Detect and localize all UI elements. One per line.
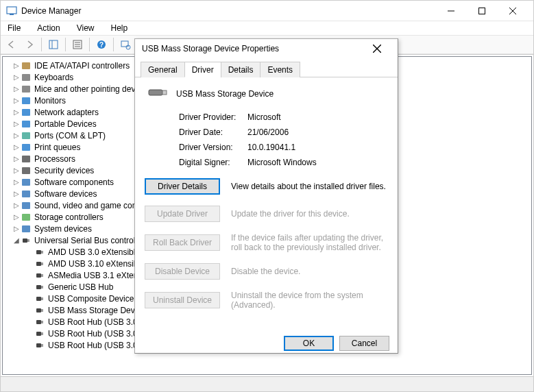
svg-rect-21	[22, 121, 30, 127]
minimize-button[interactable]	[435, 1, 466, 21]
category-icon	[21, 188, 32, 199]
tree-item-label: USB Root Hub (USB 3.0)	[48, 317, 141, 327]
menu-view[interactable]: View	[73, 22, 99, 34]
update-driver-desc: Update the driver for this device.	[231, 209, 388, 219]
expand-icon[interactable]: ▷	[12, 178, 21, 186]
svg-rect-1	[10, 14, 14, 15]
expand-icon[interactable]: ▷	[12, 167, 21, 174]
properties-button[interactable]	[69, 36, 86, 53]
ok-button[interactable]: OK	[284, 336, 334, 351]
disable-device-button[interactable]: Disable Device	[145, 263, 220, 280]
category-icon	[21, 107, 32, 118]
category-icon	[21, 223, 32, 234]
svg-rect-6	[49, 40, 58, 49]
svg-rect-16	[22, 62, 30, 69]
statusbar	[1, 376, 533, 391]
svg-rect-17	[22, 74, 30, 81]
expand-icon[interactable]: ▷	[12, 97, 21, 104]
svg-rect-42	[41, 297, 43, 300]
expand-icon[interactable]: ▷	[12, 108, 21, 116]
close-button[interactable]	[497, 1, 528, 21]
svg-rect-25	[22, 167, 30, 174]
menu-action[interactable]: Action	[33, 22, 64, 34]
tab-driver[interactable]: Driver	[184, 62, 221, 77]
svg-rect-35	[36, 262, 41, 266]
expand-icon[interactable]: ▷	[12, 201, 21, 209]
uninstall-device-button[interactable]: Uninstall Device	[145, 292, 220, 308]
show-hide-tree-button[interactable]	[45, 36, 62, 53]
category-icon	[21, 142, 32, 153]
tree-item-label: Universal Serial Bus controllers	[34, 236, 149, 245]
expand-icon[interactable]: ▷	[12, 132, 21, 139]
svg-rect-30	[22, 225, 30, 232]
tab-events[interactable]: Events	[260, 62, 300, 77]
svg-rect-39	[36, 285, 41, 289]
uninstall-device-desc: Uninstall the device from the system (Ad…	[231, 291, 388, 310]
tree-item-label: Storage controllers	[34, 212, 104, 222]
back-button[interactable]	[3, 36, 20, 53]
svg-text:?: ?	[99, 41, 104, 49]
expand-icon[interactable]: ▷	[12, 85, 21, 93]
svg-rect-31	[23, 238, 27, 243]
expand-icon[interactable]: ▷	[12, 225, 21, 232]
toolbar-separator	[65, 38, 66, 51]
scan-button[interactable]	[117, 36, 134, 53]
tree-item-label: Generic USB Hub	[48, 282, 113, 292]
svg-rect-41	[36, 297, 41, 301]
tree-item-label: Mice and other pointing devices	[34, 84, 150, 94]
expand-icon[interactable]: ▷	[12, 190, 21, 197]
dialog-button-row: OK Cancel	[135, 329, 398, 358]
usb-device-icon	[34, 282, 45, 293]
category-icon	[21, 200, 32, 211]
svg-rect-37	[36, 273, 41, 278]
category-icon	[21, 60, 32, 71]
category-icon	[21, 72, 32, 83]
category-icon	[21, 154, 32, 164]
rollback-driver-button[interactable]: Roll Back Driver	[145, 234, 220, 251]
signer-value: Microsoft Windows	[247, 158, 317, 167]
svg-rect-33	[36, 250, 41, 254]
expand-icon[interactable]: ▷	[12, 155, 21, 162]
tab-general[interactable]: General	[141, 62, 185, 77]
rollback-driver-desc: If the device fails after updating the d…	[231, 233, 388, 252]
date-value: 21/06/2006	[247, 127, 289, 137]
svg-rect-24	[22, 156, 30, 162]
tab-body: USB Mass Storage Device Driver Provider:…	[135, 77, 398, 329]
expand-icon[interactable]: ▷	[12, 120, 21, 127]
svg-rect-40	[41, 286, 43, 289]
version-label: Driver Version:	[179, 143, 247, 152]
category-icon	[21, 119, 32, 130]
forward-button[interactable]	[21, 36, 38, 53]
tree-item-label: USB Composite Device	[48, 294, 134, 304]
dialog-close-button[interactable]	[363, 39, 391, 58]
dialog-title: USB Mass Storage Device Properties	[142, 44, 363, 53]
svg-rect-23	[22, 144, 30, 151]
signer-label: Digital Signer:	[179, 158, 247, 167]
driver-details-button[interactable]: Driver Details	[145, 178, 220, 195]
category-icon	[21, 84, 32, 95]
expand-icon[interactable]: ▷	[12, 143, 21, 151]
tree-item-label: USB Root Hub (USB 3.0)	[48, 329, 141, 339]
menu-help[interactable]: Help	[107, 22, 132, 34]
svg-rect-36	[41, 262, 43, 265]
svg-rect-47	[36, 332, 41, 336]
collapse-icon[interactable]: ◢	[12, 236, 21, 244]
expand-icon[interactable]: ▷	[12, 213, 21, 221]
expand-icon[interactable]: ▷	[12, 73, 21, 81]
dialog-titlebar[interactable]: USB Mass Storage Device Properties	[135, 39, 398, 58]
tab-details[interactable]: Details	[221, 62, 261, 77]
cancel-button[interactable]: Cancel	[339, 336, 389, 351]
svg-rect-3	[478, 8, 485, 14]
maximize-button[interactable]	[466, 1, 497, 21]
provider-value: Microsoft	[247, 112, 281, 122]
toolbar-separator	[113, 38, 114, 51]
svg-rect-27	[22, 191, 30, 197]
tree-item-label: Portable Devices	[34, 119, 97, 129]
help-button[interactable]: ?	[93, 36, 110, 53]
provider-label: Driver Provider:	[179, 112, 247, 122]
expand-icon[interactable]: ▷	[12, 62, 21, 69]
svg-rect-20	[22, 109, 30, 116]
update-driver-button[interactable]: Update Driver	[145, 206, 220, 222]
menu-file[interactable]: File	[3, 22, 25, 34]
usb-device-icon	[34, 340, 45, 351]
